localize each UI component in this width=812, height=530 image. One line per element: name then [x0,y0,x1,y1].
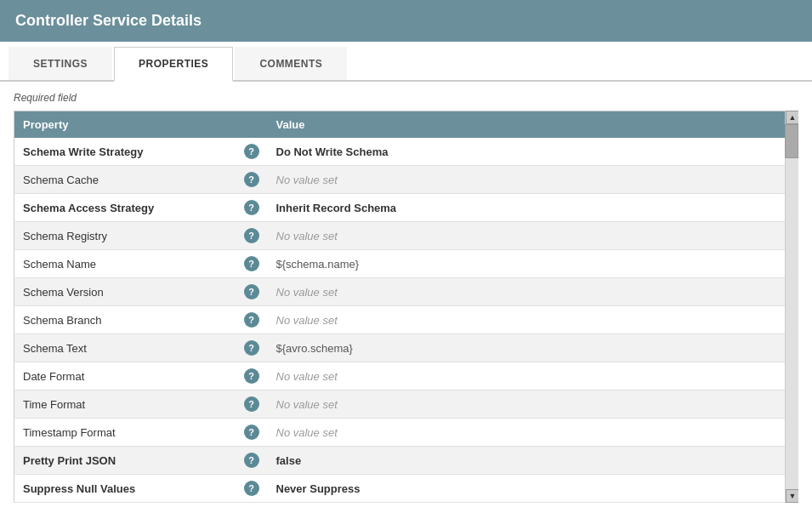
property-name: Suppress Null Values [14,475,236,503]
table-row[interactable]: Schema Name?${schema.name} [14,250,798,278]
property-value[interactable]: No value set [268,390,781,419]
help-icon[interactable]: ? [244,144,259,159]
page-header: Controller Service Details [0,0,812,42]
property-name: Pretty Print JSON [14,447,236,475]
help-icon[interactable]: ? [244,453,259,468]
property-name: Schema Version [14,278,236,306]
property-name: Timestamp Format [14,419,236,447]
table-row[interactable]: Schema Branch?No value set [14,306,798,334]
help-icon[interactable]: ? [244,340,259,356]
help-icon[interactable]: ? [244,284,259,299]
help-icon[interactable]: ? [244,256,259,271]
scrollbar-arrow-down[interactable]: ▼ [786,489,798,503]
property-name: Schema Cache [14,166,236,194]
property-value[interactable]: Do Not Write Schema [268,138,781,166]
property-value[interactable]: No value set [268,419,781,447]
table-row[interactable]: Pretty Print JSON?false [14,447,798,475]
page-title: Controller Service Details [15,12,797,30]
col-value: Value [268,111,781,139]
property-name: Schema Name [14,250,236,278]
main-content: Required field Property Value Schema Wri… [0,82,812,513]
help-icon[interactable]: ? [244,200,259,215]
help-cell: ? [236,138,268,166]
table-row[interactable]: Schema Registry?No value set [14,222,798,250]
table-header: Property Value [14,111,798,139]
property-value[interactable]: false [268,447,781,475]
scrollbar-arrow-up[interactable]: ▲ [786,111,798,124]
properties-table: Property Value Schema Write Strategy?Do … [14,111,798,503]
help-cell: ? [236,306,268,334]
help-cell: ? [236,447,268,475]
help-icon[interactable]: ? [244,425,259,440]
col-property: Property [14,111,236,139]
scrollbar-thumb[interactable] [785,124,798,158]
property-value[interactable]: Never Suppress [268,475,781,503]
help-icon[interactable]: ? [244,312,259,328]
property-value[interactable]: No value set [268,278,781,306]
help-cell: ? [236,194,268,222]
help-cell: ? [236,390,268,419]
table-row[interactable]: Schema Access Strategy?Inherit Record Sc… [14,194,798,222]
help-cell: ? [236,166,268,194]
table-row[interactable]: Timestamp Format?No value set [14,419,798,447]
help-icon[interactable]: ? [244,396,259,412]
tab-settings[interactable]: SETTINGS [9,47,112,80]
property-name: Time Format [14,390,236,419]
property-value[interactable]: Inherit Record Schema [268,194,781,222]
property-name: Schema Text [14,334,236,362]
property-name: Schema Branch [14,306,236,334]
property-value[interactable]: No value set [268,362,781,390]
col-help [236,111,268,139]
property-value[interactable]: ${avro.schema} [268,334,781,362]
help-icon[interactable]: ? [244,228,259,243]
required-field-label: Required field [14,92,798,104]
help-cell: ? [236,278,268,306]
help-cell: ? [236,334,268,362]
property-value[interactable]: No value set [268,306,781,334]
help-cell: ? [236,362,268,390]
table-row[interactable]: Schema Write Strategy?Do Not Write Schem… [14,138,798,166]
tab-comments[interactable]: COMMENTS [235,47,347,80]
scrollbar-track: ▲ ▼ [785,111,798,503]
table-row[interactable]: Schema Version?No value set [14,278,798,306]
table-row[interactable]: Time Format?No value set [14,390,798,419]
property-value[interactable]: No value set [268,222,781,250]
table-body: Schema Write Strategy?Do Not Write Schem… [14,138,798,503]
property-value[interactable]: No value set [268,166,781,194]
tab-properties[interactable]: PROPERTIES [114,47,233,82]
help-icon[interactable]: ? [244,481,259,496]
help-cell: ? [236,475,268,503]
help-icon[interactable]: ? [244,368,259,384]
property-name: Schema Access Strategy [14,194,236,222]
table-row[interactable]: Schema Cache?No value set [14,166,798,194]
property-name: Schema Registry [14,222,236,250]
help-icon[interactable]: ? [244,172,259,187]
table-row[interactable]: Suppress Null Values?Never Suppress [14,475,798,503]
property-value[interactable]: ${schema.name} [268,250,781,278]
property-name: Date Format [14,362,236,390]
properties-table-wrapper: Property Value Schema Write Strategy?Do … [14,111,798,503]
table-row[interactable]: Date Format?No value set [14,362,798,390]
tabs-bar: SETTINGS PROPERTIES COMMENTS [0,42,812,82]
help-cell: ? [236,250,268,278]
table-row[interactable]: Schema Text?${avro.schema} [14,334,798,362]
property-name: Schema Write Strategy [14,138,236,166]
help-cell: ? [236,222,268,250]
help-cell: ? [236,419,268,447]
